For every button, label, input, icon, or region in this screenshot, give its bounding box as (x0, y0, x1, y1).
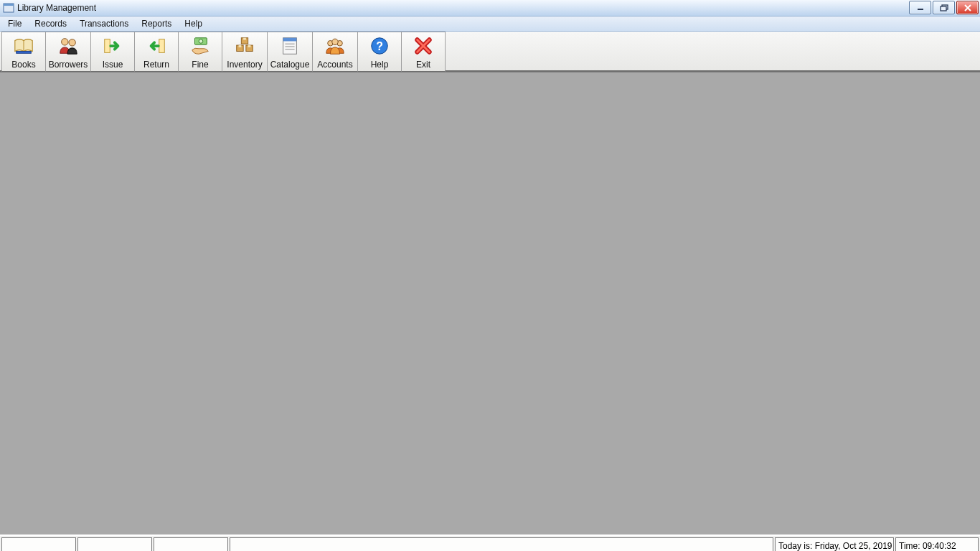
toolbar-books[interactable]: Books (1, 32, 46, 72)
status-date: Today is: Friday, Oct 25, 2019 (775, 537, 894, 551)
svg-rect-13 (243, 38, 246, 40)
toolbar-label: Catalogue (270, 60, 310, 70)
toolbar-exit[interactable]: Exit (401, 32, 446, 72)
help-icon: ? (369, 32, 390, 60)
toolbar-return[interactable]: Return (134, 32, 179, 72)
toolbar-label: Return (143, 60, 169, 70)
svg-point-25 (332, 39, 338, 44)
status-cell-3 (154, 537, 228, 551)
maximize-button[interactable] (933, 1, 955, 14)
menu-label: File (8, 19, 22, 29)
money-hand-icon (189, 32, 211, 60)
window-title: Library Management (17, 3, 96, 13)
toolbar-catalogue[interactable]: Catalogue (267, 32, 313, 72)
svg-rect-15 (239, 45, 242, 47)
toolbar-inventory[interactable]: Inventory (222, 32, 268, 72)
arrow-right-icon (102, 32, 123, 60)
open-book-icon (13, 32, 34, 60)
toolbar-label: Help (371, 60, 389, 70)
toolbar-label: Inventory (227, 60, 262, 70)
arrow-left-icon (146, 32, 167, 60)
svg-point-7 (69, 39, 75, 46)
catalogue-icon (279, 32, 301, 60)
menu-label: Transactions (80, 19, 128, 29)
users-group-icon (324, 32, 346, 60)
title-bar: Library Management (0, 0, 980, 17)
toolbar-label: Books (11, 60, 35, 70)
svg-rect-1 (4, 4, 14, 6)
toolbar-label: Fine (192, 60, 208, 70)
menu-label: Help (184, 19, 202, 29)
svg-rect-9 (159, 39, 165, 53)
status-cell-4 (230, 537, 773, 551)
menu-help[interactable]: Help (178, 17, 209, 31)
boxes-icon (234, 32, 255, 60)
svg-rect-19 (283, 38, 297, 42)
minimize-button[interactable] (909, 1, 931, 14)
svg-rect-5 (17, 52, 32, 54)
toolbar-label: Issue (103, 60, 123, 70)
menu-records[interactable]: Records (28, 17, 73, 31)
window-controls (909, 1, 979, 14)
toolbar-label: Accounts (317, 60, 352, 70)
menu-label: Records (34, 19, 67, 29)
status-time: Time: 09:40:32 (895, 537, 979, 551)
menu-reports[interactable]: Reports (135, 17, 178, 31)
menu-label: Reports (141, 19, 171, 29)
menu-file[interactable]: File (1, 17, 28, 31)
svg-rect-8 (105, 39, 110, 53)
status-cell-1 (1, 537, 76, 551)
toolbar-label: Borrowers (49, 60, 88, 70)
svg-text:?: ? (376, 40, 383, 52)
people-icon (57, 32, 79, 60)
status-cell-2 (77, 537, 152, 551)
svg-rect-17 (248, 45, 251, 47)
svg-point-6 (62, 39, 68, 45)
toolbar-fine[interactable]: Fine (178, 32, 222, 72)
minimize-icon (916, 4, 925, 11)
toolbar-borrowers[interactable]: Borrowers (45, 32, 91, 72)
toolbar-label: Exit (416, 60, 430, 70)
toolbar-help[interactable]: ? Help (357, 32, 402, 72)
menu-bar: File Records Transactions Reports Help (0, 17, 980, 32)
toolbar-accounts[interactable]: Accounts (312, 32, 358, 72)
svg-rect-4 (941, 6, 946, 11)
toolbar-issue[interactable]: Issue (90, 32, 135, 72)
app-icon (3, 2, 14, 14)
menu-transactions[interactable]: Transactions (73, 17, 135, 31)
close-button[interactable] (956, 1, 979, 14)
svg-point-11 (199, 39, 203, 44)
status-bar: Today is: Friday, Oct 25, 2019 Time: 09:… (0, 534, 980, 551)
maximize-icon (940, 4, 948, 11)
close-icon (963, 4, 972, 11)
close-x-icon (413, 32, 434, 60)
toolbar: Books Borrowers Issue Return Fine (0, 32, 980, 72)
mdi-client-area (0, 72, 980, 534)
